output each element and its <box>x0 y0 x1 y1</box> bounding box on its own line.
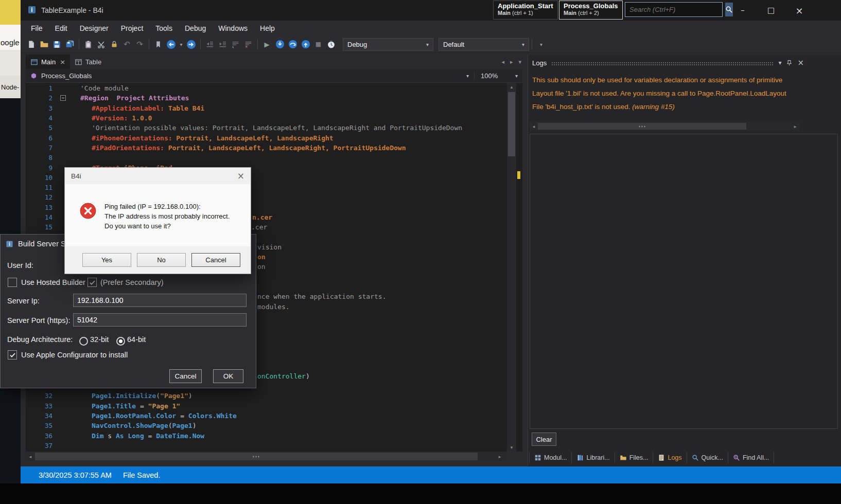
menu-designer[interactable]: Designer <box>74 21 115 36</box>
paste-icon[interactable] <box>82 38 95 51</box>
server-port-input[interactable] <box>73 313 247 327</box>
menu-project[interactable]: Project <box>115 21 150 36</box>
arch-64bit-radio[interactable] <box>116 337 125 346</box>
server-port-label: Server Port (https): <box>7 316 70 325</box>
open-project-icon[interactable] <box>38 38 50 51</box>
close-button[interactable]: × <box>786 0 812 21</box>
toolbar-overflow-icon[interactable]: ▾ <box>535 38 548 51</box>
tab-files[interactable]: Files... <box>615 452 654 463</box>
current-sub-name: Process_Globals <box>41 72 92 80</box>
save-icon[interactable] <box>50 38 63 51</box>
prefer-secondary-checkbox[interactable] <box>87 278 97 287</box>
maximize-button[interactable]: □ <box>758 0 784 21</box>
scroll-left-icon[interactable]: ◂ <box>530 122 538 131</box>
panel-position-dropdown-icon[interactable]: ▾ <box>778 59 781 66</box>
redo-icon[interactable]: ↷ <box>133 38 146 51</box>
cut-icon[interactable] <box>95 38 108 51</box>
close-icon[interactable]: × <box>60 58 65 66</box>
horizontal-scrollbar-thumb[interactable] <box>35 453 478 460</box>
menu-help[interactable]: Help <box>254 21 281 36</box>
background-yellow-area <box>0 0 21 25</box>
menu-file[interactable]: File <box>25 21 49 36</box>
new-project-icon[interactable] <box>25 38 38 51</box>
yes-button[interactable]: Yes <box>82 253 131 267</box>
dialog-button-bar: Yes No Cancel <box>65 246 250 273</box>
vertical-scrollbar[interactable]: ▴ ▾ <box>507 83 516 452</box>
tab-table[interactable]: Table <box>70 55 106 69</box>
search-input[interactable] <box>625 3 725 16</box>
log-output: This sub should only be used for variabl… <box>528 70 841 114</box>
save-all-icon[interactable] <box>63 38 76 51</box>
tab-modules[interactable]: Modul... <box>529 452 572 463</box>
menu-debug[interactable]: Debug <box>179 21 212 36</box>
profile-select[interactable]: Default ▾ <box>439 38 529 51</box>
code-text: 'Orientation possible values: Portrait, … <box>68 124 507 132</box>
run-icon[interactable]: ▶ <box>260 38 273 51</box>
vertical-scrollbar-thumb[interactable] <box>508 92 515 156</box>
lock-icon[interactable] <box>108 38 120 51</box>
zoom-select[interactable]: 100% ▾ <box>474 72 518 80</box>
tab-main[interactable]: Main × <box>26 55 70 69</box>
fold-column <box>58 421 68 430</box>
bookmark-icon[interactable] <box>152 38 165 51</box>
code-line: 36Dim s As Long = DateTime.Now <box>26 430 507 440</box>
scroll-right-icon[interactable]: ▸ <box>791 122 799 131</box>
quick-nav-process-globals[interactable]: Process_Globals Main (ctrl + 2) <box>559 1 623 20</box>
minimize-button[interactable]: – <box>730 0 756 21</box>
logs-horizontal-scrollbar[interactable]: ◂ ▸ <box>530 122 799 131</box>
menu-edit[interactable]: Edit <box>49 21 74 36</box>
horizontal-scrollbar-thumb[interactable] <box>538 123 746 130</box>
line-number: 6 <box>26 134 58 142</box>
scroll-tabs-right-icon[interactable]: ▸ <box>510 59 513 65</box>
tab-label: Files... <box>629 454 649 461</box>
step-into-icon[interactable] <box>273 38 286 51</box>
code-text: #ApplicationLabel: Table B4i <box>68 104 507 112</box>
back-history-dropdown-icon[interactable]: ▾ <box>178 38 185 51</box>
uncomment-icon[interactable] <box>242 38 255 51</box>
comment-icon[interactable] <box>229 38 242 51</box>
cancel-button[interactable]: Cancel <box>191 253 240 267</box>
scroll-right-icon[interactable]: ▸ <box>495 452 504 461</box>
menu-tools[interactable]: Tools <box>149 21 179 36</box>
pin-icon[interactable] <box>786 60 793 66</box>
navigate-back-icon[interactable] <box>165 38 178 51</box>
line-number: 3 <box>26 104 58 112</box>
server-ip-input[interactable] <box>73 294 247 307</box>
scroll-tabs-left-icon[interactable]: ◂ <box>501 59 504 65</box>
build-ok-button[interactable]: OK <box>213 369 243 383</box>
indent-increase-icon[interactable] <box>216 38 229 51</box>
tab-libraries[interactable]: Librari... <box>572 452 615 463</box>
panel-drag-handle[interactable] <box>551 62 774 66</box>
clear-logs-button[interactable]: Clear <box>532 433 556 446</box>
scroll-down-icon[interactable]: ▾ <box>507 443 516 452</box>
quick-nav-application-start[interactable]: Application_Start Main (ctrl + 1) <box>493 1 558 20</box>
editor-horizontal-scrollbar[interactable]: ◂ ▸ <box>26 452 504 461</box>
build-configuration-select[interactable]: Debug ▾ <box>343 38 433 51</box>
scroll-up-icon[interactable]: ▴ <box>507 83 516 91</box>
tab-find-all[interactable]: Find All... <box>728 452 774 463</box>
profiler-clock-icon[interactable] <box>325 38 338 51</box>
navigate-forward-icon[interactable] <box>185 38 198 51</box>
scroll-left-icon[interactable]: ◂ <box>26 452 35 461</box>
use-hosted-builder-checkbox[interactable] <box>8 278 17 287</box>
tab-logs[interactable]: Logs <box>653 452 687 463</box>
stop-icon[interactable]: ■ <box>312 38 325 51</box>
arch-32bit-radio[interactable] <box>79 337 88 346</box>
build-cancel-button[interactable]: Cancel <box>169 369 202 383</box>
no-button[interactable]: No <box>137 253 186 267</box>
ping-failed-dialog: B4i × Ping failed (IP = 192.168.0.100): … <box>64 167 251 274</box>
indent-decrease-icon[interactable] <box>203 38 216 51</box>
line-number: 10 <box>26 174 58 182</box>
close-panel-icon[interactable]: × <box>797 58 804 67</box>
apple-configurator-checkbox[interactable] <box>8 350 17 359</box>
use-hosted-builder-label: Use Hosted Builder <box>21 278 85 286</box>
tab-list-dropdown-icon[interactable]: ▾ <box>518 59 521 65</box>
step-over-icon[interactable] <box>286 38 299 51</box>
close-icon[interactable]: × <box>237 171 244 181</box>
step-out-icon[interactable] <box>299 38 312 51</box>
undo-icon[interactable]: ↶ <box>120 38 133 51</box>
tab-quick-search[interactable]: Quick... <box>687 452 728 463</box>
sub-list-dropdown-icon[interactable]: ▾ <box>466 73 469 79</box>
menu-windows[interactable]: Windows <box>212 21 254 36</box>
fold-toggle-icon[interactable] <box>58 93 68 103</box>
